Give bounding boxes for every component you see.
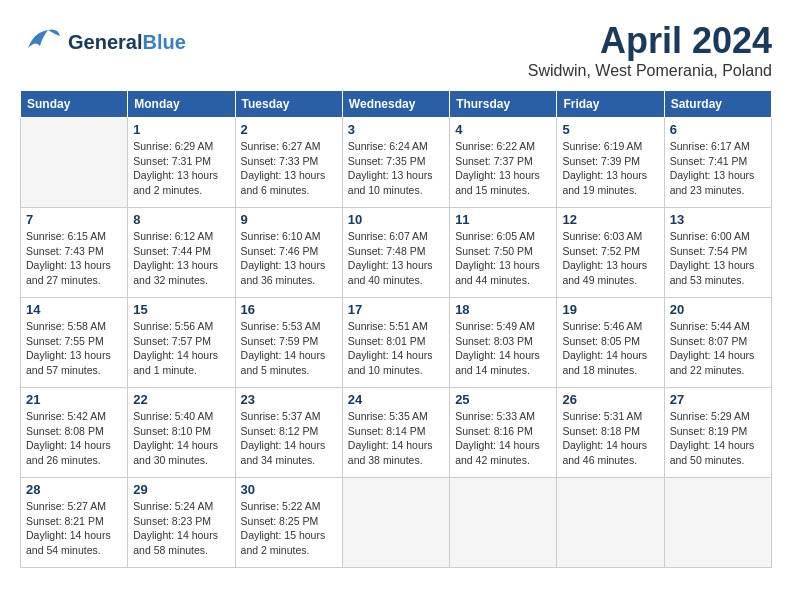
day-info: Sunrise: 5:29 AMSunset: 8:19 PMDaylight:… bbox=[670, 409, 766, 468]
calendar-week-row: 28Sunrise: 5:27 AMSunset: 8:21 PMDayligh… bbox=[21, 478, 772, 568]
logo-blue: Blue bbox=[142, 31, 185, 53]
calendar-day-cell: 15Sunrise: 5:56 AMSunset: 7:57 PMDayligh… bbox=[128, 298, 235, 388]
day-info: Sunrise: 6:17 AMSunset: 7:41 PMDaylight:… bbox=[670, 139, 766, 198]
day-number: 20 bbox=[670, 302, 766, 317]
day-info: Sunrise: 5:22 AMSunset: 8:25 PMDaylight:… bbox=[241, 499, 337, 558]
day-number: 10 bbox=[348, 212, 444, 227]
calendar-day-cell: 2Sunrise: 6:27 AMSunset: 7:33 PMDaylight… bbox=[235, 118, 342, 208]
day-info: Sunrise: 6:07 AMSunset: 7:48 PMDaylight:… bbox=[348, 229, 444, 288]
logo-general: General bbox=[68, 31, 142, 53]
day-info: Sunrise: 6:00 AMSunset: 7:54 PMDaylight:… bbox=[670, 229, 766, 288]
calendar-day-cell: 9Sunrise: 6:10 AMSunset: 7:46 PMDaylight… bbox=[235, 208, 342, 298]
day-info: Sunrise: 5:40 AMSunset: 8:10 PMDaylight:… bbox=[133, 409, 229, 468]
day-number: 12 bbox=[562, 212, 658, 227]
calendar-day-cell: 26Sunrise: 5:31 AMSunset: 8:18 PMDayligh… bbox=[557, 388, 664, 478]
day-info: Sunrise: 6:03 AMSunset: 7:52 PMDaylight:… bbox=[562, 229, 658, 288]
day-info: Sunrise: 6:27 AMSunset: 7:33 PMDaylight:… bbox=[241, 139, 337, 198]
day-number: 27 bbox=[670, 392, 766, 407]
day-number: 23 bbox=[241, 392, 337, 407]
day-info: Sunrise: 5:27 AMSunset: 8:21 PMDaylight:… bbox=[26, 499, 122, 558]
day-number: 9 bbox=[241, 212, 337, 227]
day-info: Sunrise: 5:56 AMSunset: 7:57 PMDaylight:… bbox=[133, 319, 229, 378]
day-info: Sunrise: 5:35 AMSunset: 8:14 PMDaylight:… bbox=[348, 409, 444, 468]
day-info: Sunrise: 5:44 AMSunset: 8:07 PMDaylight:… bbox=[670, 319, 766, 378]
day-info: Sunrise: 5:51 AMSunset: 8:01 PMDaylight:… bbox=[348, 319, 444, 378]
day-info: Sunrise: 5:49 AMSunset: 8:03 PMDaylight:… bbox=[455, 319, 551, 378]
calendar-subtitle: Swidwin, West Pomerania, Poland bbox=[528, 62, 772, 80]
title-block: April 2024 Swidwin, West Pomerania, Pola… bbox=[528, 20, 772, 80]
calendar-header-row: SundayMondayTuesdayWednesdayThursdayFrid… bbox=[21, 91, 772, 118]
day-number: 1 bbox=[133, 122, 229, 137]
day-number: 11 bbox=[455, 212, 551, 227]
calendar-title: April 2024 bbox=[528, 20, 772, 62]
day-number: 18 bbox=[455, 302, 551, 317]
calendar-day-cell bbox=[450, 478, 557, 568]
logo: GeneralBlue bbox=[20, 20, 186, 64]
calendar-day-cell: 10Sunrise: 6:07 AMSunset: 7:48 PMDayligh… bbox=[342, 208, 449, 298]
day-number: 6 bbox=[670, 122, 766, 137]
day-info: Sunrise: 6:15 AMSunset: 7:43 PMDaylight:… bbox=[26, 229, 122, 288]
calendar-day-cell: 13Sunrise: 6:00 AMSunset: 7:54 PMDayligh… bbox=[664, 208, 771, 298]
calendar-day-cell: 20Sunrise: 5:44 AMSunset: 8:07 PMDayligh… bbox=[664, 298, 771, 388]
calendar-week-row: 1Sunrise: 6:29 AMSunset: 7:31 PMDaylight… bbox=[21, 118, 772, 208]
calendar-day-cell: 8Sunrise: 6:12 AMSunset: 7:44 PMDaylight… bbox=[128, 208, 235, 298]
calendar-table: SundayMondayTuesdayWednesdayThursdayFrid… bbox=[20, 90, 772, 568]
weekday-header: Tuesday bbox=[235, 91, 342, 118]
day-info: Sunrise: 5:46 AMSunset: 8:05 PMDaylight:… bbox=[562, 319, 658, 378]
weekday-header: Thursday bbox=[450, 91, 557, 118]
calendar-week-row: 21Sunrise: 5:42 AMSunset: 8:08 PMDayligh… bbox=[21, 388, 772, 478]
calendar-day-cell: 21Sunrise: 5:42 AMSunset: 8:08 PMDayligh… bbox=[21, 388, 128, 478]
day-number: 5 bbox=[562, 122, 658, 137]
day-number: 15 bbox=[133, 302, 229, 317]
day-number: 22 bbox=[133, 392, 229, 407]
day-info: Sunrise: 5:24 AMSunset: 8:23 PMDaylight:… bbox=[133, 499, 229, 558]
day-info: Sunrise: 6:29 AMSunset: 7:31 PMDaylight:… bbox=[133, 139, 229, 198]
day-info: Sunrise: 6:19 AMSunset: 7:39 PMDaylight:… bbox=[562, 139, 658, 198]
day-info: Sunrise: 6:12 AMSunset: 7:44 PMDaylight:… bbox=[133, 229, 229, 288]
day-info: Sunrise: 5:31 AMSunset: 8:18 PMDaylight:… bbox=[562, 409, 658, 468]
calendar-day-cell bbox=[664, 478, 771, 568]
weekday-header: Wednesday bbox=[342, 91, 449, 118]
calendar-day-cell: 3Sunrise: 6:24 AMSunset: 7:35 PMDaylight… bbox=[342, 118, 449, 208]
calendar-day-cell: 14Sunrise: 5:58 AMSunset: 7:55 PMDayligh… bbox=[21, 298, 128, 388]
day-info: Sunrise: 5:53 AMSunset: 7:59 PMDaylight:… bbox=[241, 319, 337, 378]
calendar-day-cell: 6Sunrise: 6:17 AMSunset: 7:41 PMDaylight… bbox=[664, 118, 771, 208]
day-number: 3 bbox=[348, 122, 444, 137]
calendar-day-cell: 4Sunrise: 6:22 AMSunset: 7:37 PMDaylight… bbox=[450, 118, 557, 208]
day-number: 13 bbox=[670, 212, 766, 227]
day-number: 16 bbox=[241, 302, 337, 317]
calendar-week-row: 14Sunrise: 5:58 AMSunset: 7:55 PMDayligh… bbox=[21, 298, 772, 388]
day-info: Sunrise: 5:37 AMSunset: 8:12 PMDaylight:… bbox=[241, 409, 337, 468]
day-number: 25 bbox=[455, 392, 551, 407]
weekday-header: Sunday bbox=[21, 91, 128, 118]
day-number: 4 bbox=[455, 122, 551, 137]
day-info: Sunrise: 6:05 AMSunset: 7:50 PMDaylight:… bbox=[455, 229, 551, 288]
day-info: Sunrise: 5:42 AMSunset: 8:08 PMDaylight:… bbox=[26, 409, 122, 468]
calendar-day-cell: 25Sunrise: 5:33 AMSunset: 8:16 PMDayligh… bbox=[450, 388, 557, 478]
calendar-day-cell bbox=[557, 478, 664, 568]
calendar-day-cell bbox=[21, 118, 128, 208]
day-info: Sunrise: 6:10 AMSunset: 7:46 PMDaylight:… bbox=[241, 229, 337, 288]
calendar-day-cell: 28Sunrise: 5:27 AMSunset: 8:21 PMDayligh… bbox=[21, 478, 128, 568]
calendar-day-cell: 7Sunrise: 6:15 AMSunset: 7:43 PMDaylight… bbox=[21, 208, 128, 298]
day-number: 14 bbox=[26, 302, 122, 317]
day-number: 7 bbox=[26, 212, 122, 227]
calendar-day-cell bbox=[342, 478, 449, 568]
day-info: Sunrise: 5:33 AMSunset: 8:16 PMDaylight:… bbox=[455, 409, 551, 468]
day-number: 26 bbox=[562, 392, 658, 407]
weekday-header: Saturday bbox=[664, 91, 771, 118]
calendar-day-cell: 16Sunrise: 5:53 AMSunset: 7:59 PMDayligh… bbox=[235, 298, 342, 388]
calendar-day-cell: 11Sunrise: 6:05 AMSunset: 7:50 PMDayligh… bbox=[450, 208, 557, 298]
day-info: Sunrise: 6:22 AMSunset: 7:37 PMDaylight:… bbox=[455, 139, 551, 198]
day-number: 17 bbox=[348, 302, 444, 317]
day-number: 24 bbox=[348, 392, 444, 407]
calendar-day-cell: 12Sunrise: 6:03 AMSunset: 7:52 PMDayligh… bbox=[557, 208, 664, 298]
day-number: 8 bbox=[133, 212, 229, 227]
weekday-header: Friday bbox=[557, 91, 664, 118]
calendar-day-cell: 30Sunrise: 5:22 AMSunset: 8:25 PMDayligh… bbox=[235, 478, 342, 568]
day-number: 21 bbox=[26, 392, 122, 407]
day-info: Sunrise: 5:58 AMSunset: 7:55 PMDaylight:… bbox=[26, 319, 122, 378]
day-number: 29 bbox=[133, 482, 229, 497]
logo-text: GeneralBlue bbox=[68, 31, 186, 53]
day-number: 30 bbox=[241, 482, 337, 497]
